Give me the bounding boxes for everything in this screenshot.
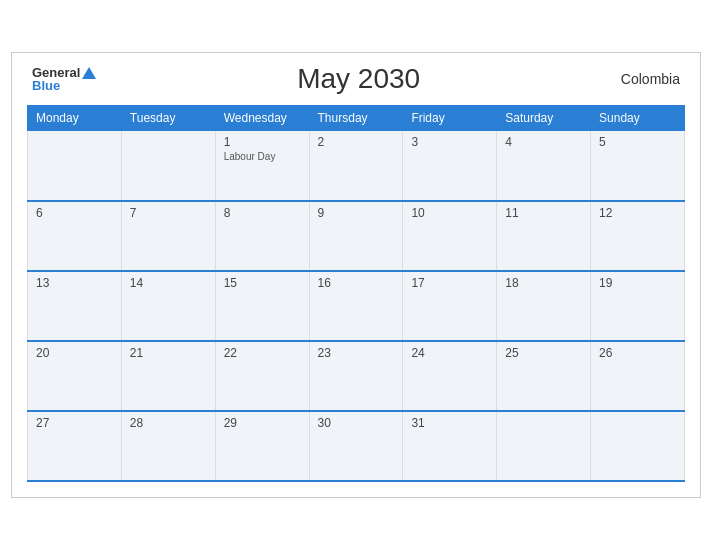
day-number: 25 xyxy=(505,346,582,360)
day-number: 9 xyxy=(318,206,395,220)
day-number: 17 xyxy=(411,276,488,290)
calendar-title: May 2030 xyxy=(297,63,420,95)
day-number: 21 xyxy=(130,346,207,360)
calendar-cell xyxy=(591,411,685,481)
calendar-cell xyxy=(497,411,591,481)
calendar-cell: 8 xyxy=(215,201,309,271)
calendar-cell: 9 xyxy=(309,201,403,271)
day-number: 15 xyxy=(224,276,301,290)
day-number: 22 xyxy=(224,346,301,360)
weekday-header-monday: Monday xyxy=(28,106,122,131)
calendar-cell: 25 xyxy=(497,341,591,411)
weekday-header-thursday: Thursday xyxy=(309,106,403,131)
week-row-4: 20212223242526 xyxy=(28,341,685,411)
calendar-table: MondayTuesdayWednesdayThursdayFridaySatu… xyxy=(27,105,685,482)
day-number: 29 xyxy=(224,416,301,430)
calendar-cell: 28 xyxy=(121,411,215,481)
calendar-cell: 26 xyxy=(591,341,685,411)
day-number: 7 xyxy=(130,206,207,220)
weekday-header-sunday: Sunday xyxy=(591,106,685,131)
calendar-cell: 1Labour Day xyxy=(215,131,309,201)
day-number: 30 xyxy=(318,416,395,430)
week-row-3: 13141516171819 xyxy=(28,271,685,341)
weekday-header-wednesday: Wednesday xyxy=(215,106,309,131)
calendar-cell: 20 xyxy=(28,341,122,411)
day-number: 26 xyxy=(599,346,676,360)
calendar-cell xyxy=(121,131,215,201)
calendar-cell: 15 xyxy=(215,271,309,341)
calendar-cell: 19 xyxy=(591,271,685,341)
holiday-label: Labour Day xyxy=(224,151,301,162)
calendar-cell xyxy=(28,131,122,201)
calendar-cell: 10 xyxy=(403,201,497,271)
week-row-2: 6789101112 xyxy=(28,201,685,271)
day-number: 12 xyxy=(599,206,676,220)
day-number: 5 xyxy=(599,135,676,149)
calendar-cell: 18 xyxy=(497,271,591,341)
weekday-header-friday: Friday xyxy=(403,106,497,131)
weekday-header-saturday: Saturday xyxy=(497,106,591,131)
day-number: 4 xyxy=(505,135,582,149)
logo: General Blue xyxy=(32,66,96,92)
calendar-cell: 4 xyxy=(497,131,591,201)
weekday-header-row: MondayTuesdayWednesdayThursdayFridaySatu… xyxy=(28,106,685,131)
week-row-5: 2728293031 xyxy=(28,411,685,481)
calendar-container: General Blue May 2030 Colombia MondayTue… xyxy=(11,52,701,498)
day-number: 16 xyxy=(318,276,395,290)
logo-triangle-icon xyxy=(82,67,96,79)
day-number: 31 xyxy=(411,416,488,430)
calendar-cell: 12 xyxy=(591,201,685,271)
calendar-cell: 29 xyxy=(215,411,309,481)
day-number: 2 xyxy=(318,135,395,149)
calendar-cell: 27 xyxy=(28,411,122,481)
calendar-cell: 23 xyxy=(309,341,403,411)
calendar-cell: 11 xyxy=(497,201,591,271)
calendar-cell: 24 xyxy=(403,341,497,411)
calendar-cell: 30 xyxy=(309,411,403,481)
day-number: 6 xyxy=(36,206,113,220)
country-label: Colombia xyxy=(621,71,680,87)
day-number: 14 xyxy=(130,276,207,290)
day-number: 28 xyxy=(130,416,207,430)
calendar-cell: 31 xyxy=(403,411,497,481)
day-number: 19 xyxy=(599,276,676,290)
day-number: 13 xyxy=(36,276,113,290)
calendar-cell: 2 xyxy=(309,131,403,201)
logo-blue-text: Blue xyxy=(32,79,60,92)
calendar-cell: 21 xyxy=(121,341,215,411)
day-number: 1 xyxy=(224,135,301,149)
day-number: 23 xyxy=(318,346,395,360)
day-number: 27 xyxy=(36,416,113,430)
day-number: 20 xyxy=(36,346,113,360)
calendar-cell: 22 xyxy=(215,341,309,411)
calendar-cell: 6 xyxy=(28,201,122,271)
calendar-cell: 3 xyxy=(403,131,497,201)
calendar-cell: 17 xyxy=(403,271,497,341)
day-number: 24 xyxy=(411,346,488,360)
day-number: 8 xyxy=(224,206,301,220)
day-number: 18 xyxy=(505,276,582,290)
calendar-cell: 7 xyxy=(121,201,215,271)
day-number: 3 xyxy=(411,135,488,149)
week-row-1: 1Labour Day2345 xyxy=(28,131,685,201)
day-number: 11 xyxy=(505,206,582,220)
calendar-cell: 14 xyxy=(121,271,215,341)
weekday-header-tuesday: Tuesday xyxy=(121,106,215,131)
calendar-cell: 5 xyxy=(591,131,685,201)
calendar-cell: 16 xyxy=(309,271,403,341)
calendar-header: General Blue May 2030 Colombia xyxy=(27,63,685,95)
calendar-cell: 13 xyxy=(28,271,122,341)
day-number: 10 xyxy=(411,206,488,220)
